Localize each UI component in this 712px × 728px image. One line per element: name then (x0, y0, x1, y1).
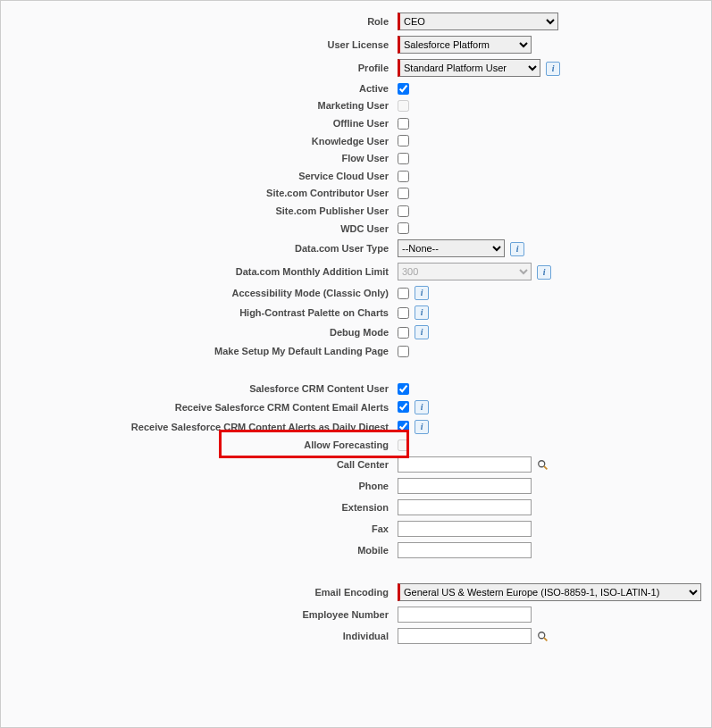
extension-input[interactable] (398, 499, 532, 515)
crm-content-digest-label: Receive Salesforce CRM Content Alerts as… (1, 417, 394, 437)
info-icon[interactable]: i (415, 325, 429, 339)
sitecom-publisher-checkbox[interactable] (398, 205, 409, 217)
sitecom-contributor-checkbox[interactable] (398, 188, 409, 199)
email-encoding-label: Email Encoding (1, 581, 394, 604)
fax-label: Fax (1, 518, 394, 540)
datacom-user-type-label: Data.com User Type (1, 237, 394, 260)
info-icon[interactable]: i (537, 265, 551, 280)
user-edit-form-panel: Role CEO User License Salesforce Platfor… (0, 0, 712, 728)
email-encoding-select[interactable]: General US & Western Europe (ISO-8859-1,… (398, 583, 701, 601)
employee-number-input[interactable] (398, 607, 532, 623)
datacom-user-type-select[interactable]: --None-- (398, 239, 505, 257)
knowledge-user-checkbox[interactable] (398, 135, 409, 146)
sitecom-publisher-label: Site.com Publisher User (1, 202, 394, 220)
datacom-monthly-limit-select: 300 (398, 263, 532, 280)
service-cloud-user-label: Service Cloud User (1, 167, 394, 185)
info-icon[interactable]: i (546, 62, 560, 76)
svg-line-1 (544, 466, 548, 470)
make-setup-default-label: Make Setup My Default Landing Page (1, 342, 394, 360)
crm-content-alerts-checkbox[interactable] (398, 401, 409, 413)
marketing-user-label: Marketing User (1, 97, 394, 115)
allow-forecasting-checkbox (398, 439, 409, 451)
offline-user-checkbox[interactable] (398, 118, 409, 130)
flow-user-label: Flow User (1, 149, 394, 167)
employee-number-label: Employee Number (1, 604, 394, 625)
knowledge-user-label: Knowledge User (1, 132, 394, 150)
debug-mode-checkbox[interactable] (398, 327, 409, 339)
lookup-icon[interactable] (537, 459, 549, 472)
allow-forecasting-label: Allow Forecasting (1, 437, 394, 455)
user-license-label: User License (1, 33, 394, 56)
fax-input[interactable] (398, 521, 532, 537)
individual-input[interactable] (398, 628, 532, 644)
role-select[interactable]: CEO (398, 13, 558, 30)
marketing-user-checkbox (398, 100, 409, 112)
make-setup-default-checkbox[interactable] (398, 346, 409, 357)
info-icon[interactable]: i (415, 400, 429, 414)
crm-content-user-label: Salesforce CRM Content User (1, 380, 394, 397)
active-checkbox[interactable] (398, 83, 409, 95)
info-icon[interactable]: i (415, 420, 429, 434)
offline-user-label: Offline User (1, 114, 394, 132)
crm-content-alerts-label: Receive Salesforce CRM Content Email Ale… (1, 397, 394, 417)
info-icon[interactable]: i (415, 286, 429, 300)
lookup-icon[interactable] (537, 631, 549, 643)
service-cloud-user-checkbox[interactable] (398, 171, 409, 182)
info-icon[interactable]: i (415, 305, 429, 320)
phone-label: Phone (1, 475, 394, 497)
high-contrast-checkbox[interactable] (398, 307, 409, 319)
svg-point-0 (539, 461, 545, 467)
profile-label: Profile (1, 56, 394, 79)
profile-select[interactable]: Standard Platform User (398, 59, 540, 77)
flow-user-checkbox[interactable] (398, 153, 409, 164)
user-license-select[interactable]: Salesforce Platform (398, 36, 532, 54)
datacom-monthly-limit-label: Data.com Monthly Addition Limit (1, 260, 394, 283)
svg-point-2 (539, 632, 545, 639)
call-center-label: Call Center (1, 454, 394, 475)
debug-mode-label: Debug Mode (1, 322, 394, 342)
accessibility-mode-label: Accessibility Mode (Classic Only) (1, 283, 394, 303)
phone-input[interactable] (398, 478, 532, 494)
svg-line-3 (544, 638, 548, 641)
high-contrast-label: High-Contrast Palette on Charts (1, 303, 394, 322)
active-label: Active (1, 79, 394, 97)
extension-label: Extension (1, 497, 394, 518)
accessibility-mode-checkbox[interactable] (398, 288, 409, 299)
wdc-user-label: WDC User (1, 220, 394, 238)
info-icon[interactable]: i (510, 242, 524, 256)
crm-content-user-checkbox[interactable] (398, 383, 409, 395)
mobile-input[interactable] (398, 542, 532, 558)
individual-label: Individual (1, 625, 394, 647)
role-label: Role (1, 10, 394, 33)
call-center-input[interactable] (398, 456, 532, 473)
mobile-label: Mobile (1, 540, 394, 561)
sitecom-contributor-label: Site.com Contributor User (1, 185, 394, 203)
wdc-user-checkbox[interactable] (398, 222, 409, 234)
crm-content-digest-checkbox[interactable] (398, 421, 409, 432)
